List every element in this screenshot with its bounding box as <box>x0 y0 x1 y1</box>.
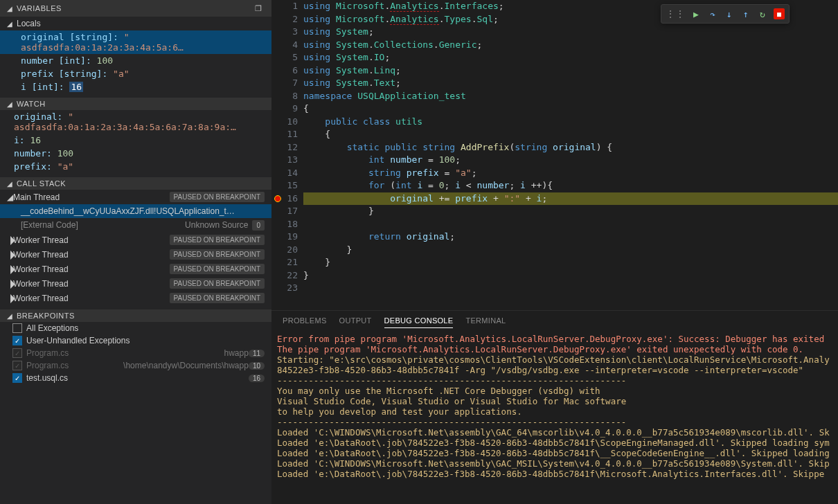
external-code-row[interactable]: [External Code] Unknown Source 0 <box>0 218 271 233</box>
thread-row[interactable]: ◢Worker ThreadPAUSED ON BREAKPOINT <box>0 233 271 247</box>
breakpoint-file: Program.cs <box>26 348 222 358</box>
copy-icon[interactable]: ❐ <box>252 2 265 15</box>
thread-row[interactable]: ◢Worker ThreadPAUSED ON BREAKPOINT <box>0 247 271 262</box>
variables-panel-header[interactable]: ◢ VARIABLES ❐ <box>0 0 271 17</box>
breakpoint-row[interactable]: ✓test.usql.cs16 <box>0 372 271 384</box>
checkbox-icon[interactable] <box>12 323 22 333</box>
external-code-label: [External Code] <box>21 220 185 231</box>
var-value: "a" <box>113 69 129 79</box>
breakpoint-line-badge: 11 <box>249 350 265 357</box>
chevron-down-icon: ◢ <box>7 100 14 108</box>
breakpoint-line-badge: 16 <box>249 375 265 382</box>
checkbox-icon[interactable]: ✓ <box>12 348 22 358</box>
breakpoint-dot-icon[interactable] <box>274 195 281 202</box>
console-line: 84522e3-f3b8-4520-86b3-48dbb5c7841f -Arg… <box>277 365 832 375</box>
grip-icon[interactable]: ⋮⋮ <box>663 8 688 19</box>
console-line: Visual Studio Code, Visual Studio or Vis… <box>277 396 832 406</box>
unknown-count-badge: 0 <box>252 220 265 231</box>
thread-label: Worker Thread <box>13 279 170 289</box>
watch-name: number: <box>14 148 52 159</box>
console-line: Loaded 'C:\WINDOWS\Microsoft.Net\assembl… <box>277 458 832 469</box>
breakpoint-path: hwapp <box>224 348 249 358</box>
breakpoint-label: User-Unhandled Exceptions <box>26 336 265 345</box>
breakpoint-path: \home\nandyw\Documents\hwapp <box>123 361 249 370</box>
breakpoint-user-exceptions[interactable]: ✓ User-Unhandled Exceptions <box>0 334 271 347</box>
checkbox-icon[interactable]: ✓ <box>12 361 22 370</box>
variable-row[interactable]: prefix [string]: "a" <box>0 67 271 80</box>
var-value: 16 <box>69 82 83 92</box>
var-name: number [int]: <box>21 55 91 66</box>
watch-row[interactable]: original: " asdfasdfa:0a:1a:2a:3a:4a:5a:… <box>0 110 271 134</box>
variable-row[interactable]: original [string]: " asdfasdfa:0a:1a:2a:… <box>0 30 271 54</box>
var-name: prefix [string]: <box>21 69 107 79</box>
thread-row[interactable]: ◢Worker ThreadPAUSED ON BREAKPOINT <box>0 276 271 291</box>
callstack-title: CALL STACK <box>17 179 66 188</box>
var-name: i [int]: <box>21 82 64 92</box>
thread-label: Main Thread <box>13 192 170 202</box>
thread-label: Worker Thread <box>13 250 170 260</box>
watch-panel-header[interactable]: ◢ WATCH <box>0 98 271 110</box>
watch-row[interactable]: prefix: "a" <box>0 160 271 173</box>
stack-frame-label: __codeBehind__wCyUUaAxxZJF.dll!USQLAppli… <box>21 206 235 216</box>
console-line: ----------------------------------------… <box>277 417 832 427</box>
tab-debug-console[interactable]: DEBUG CONSOLE <box>384 316 454 328</box>
locals-label: Locals <box>17 19 41 28</box>
continue-button[interactable]: ▶ <box>688 6 704 21</box>
var-value: 100 <box>97 55 113 66</box>
chevron-down-icon: ◢ <box>7 192 13 202</box>
chevron-down-icon: ◢ <box>7 5 14 12</box>
checkbox-icon[interactable]: ✓ <box>12 336 22 345</box>
tab-problems[interactable]: PROBLEMS <box>283 316 327 328</box>
thread-label: Worker Thread <box>13 264 170 274</box>
variable-row[interactable]: i [int]: 16 <box>0 80 271 93</box>
checkbox-icon[interactable]: ✓ <box>12 373 22 383</box>
debug-console-output[interactable]: Error from pipe program 'Microsoft.Analy… <box>271 334 838 504</box>
breakpoint-file: test.usql.cs <box>26 373 249 383</box>
chevron-down-icon: ◢ <box>7 180 14 188</box>
thread-state-badge: PAUSED ON BREAKPOINT <box>170 278 265 289</box>
bottom-panel-tabs: PROBLEMS OUTPUT DEBUG CONSOLE TERMINAL <box>271 311 838 334</box>
console-line: Loaded 'e:\DataRoot\.job\784522e3-f3b8-4… <box>277 469 832 479</box>
stack-frame[interactable]: __codeBehind__wCyUUaAxxZJF.dll!USQLAppli… <box>0 204 271 218</box>
tab-terminal[interactable]: TERMINAL <box>465 316 506 328</box>
breakpoint-file: Program.cs <box>26 361 121 370</box>
breakpoint-line-badge: 10 <box>249 362 265 370</box>
step-over-button[interactable]: ↷ <box>704 6 721 21</box>
breakpoints-title: BREAKPOINTS <box>17 312 75 320</box>
variable-row[interactable]: number [int]: 100 <box>0 54 271 67</box>
code-editor[interactable]: 1234567891011121314151617181920212223 us… <box>271 0 838 310</box>
thread-label: Worker Thread <box>13 294 170 303</box>
breakpoint-label: All Exceptions <box>26 323 265 333</box>
step-out-button[interactable]: ↑ <box>738 6 754 21</box>
console-line: ----------------------------------------… <box>277 375 832 386</box>
watch-title: WATCH <box>17 100 46 108</box>
console-line: Loaded 'C:\WINDOWS\Microsoft.Net\assembl… <box>277 427 832 438</box>
thread-row[interactable]: ◢Worker ThreadPAUSED ON BREAKPOINT <box>0 291 271 305</box>
breakpoints-panel-header[interactable]: ◢ BREAKPOINTS <box>0 309 271 322</box>
thread-row[interactable]: ◢ Main Thread PAUSED ON BREAKPOINT <box>0 190 271 204</box>
watch-value: 100 <box>57 148 73 159</box>
console-line: to help you develop and test your applic… <box>277 406 832 417</box>
locals-header[interactable]: ◢ Locals <box>0 17 271 30</box>
breakpoint-row[interactable]: ✓Program.cshwapp11 <box>0 347 271 359</box>
breakpoint-all-exceptions[interactable]: All Exceptions <box>0 322 271 334</box>
var-name: original [string]: <box>21 32 118 42</box>
step-into-button[interactable]: ↓ <box>721 6 738 21</box>
watch-row[interactable]: i: 16 <box>0 134 271 147</box>
stop-button[interactable]: ■ <box>771 6 787 21</box>
thread-row[interactable]: ◢Worker ThreadPAUSED ON BREAKPOINT <box>0 262 271 276</box>
debug-toolbar: ⋮⋮ ▶ ↷ ↓ ↑ ↻ ■ <box>661 4 790 24</box>
console-line: Loaded 'e:\DataRoot\.job\784522e3-f3b8-4… <box>277 448 832 458</box>
watch-row[interactable]: number: 100 <box>0 147 271 160</box>
watch-value: "a" <box>57 161 73 172</box>
thread-state-badge: PAUSED ON BREAKPOINT <box>170 264 265 274</box>
tab-output[interactable]: OUTPUT <box>339 316 372 328</box>
breakpoint-row[interactable]: ✓Program.cs\home\nandyw\Documents\hwapp1… <box>0 359 271 372</box>
console-line: The pipe program 'Microsoft.Analytics.Lo… <box>277 344 832 354</box>
console-line: Error from pipe program 'Microsoft.Analy… <box>277 334 832 344</box>
watch-name: i: <box>14 135 25 145</box>
restart-button[interactable]: ↻ <box>754 6 771 21</box>
thread-label: Worker Thread <box>13 235 170 245</box>
thread-state-badge: PAUSED ON BREAKPOINT <box>170 192 265 202</box>
callstack-panel-header[interactable]: ◢ CALL STACK <box>0 177 271 190</box>
